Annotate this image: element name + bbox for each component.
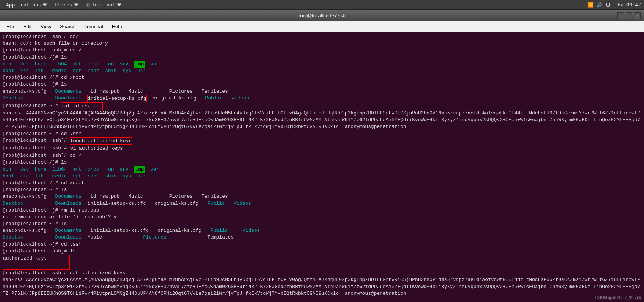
menu-view[interactable]: View <box>37 23 54 30</box>
line-31: authorized_keys <box>3 255 641 270</box>
network-icon: 📶 <box>587 2 593 8</box>
line-29: [root@localhost ~]# cd .ssh <box>3 241 641 248</box>
terminal-chevron-icon <box>117 3 121 7</box>
terminal-icon: $ <box>86 3 90 7</box>
clock: Thu 09:47 <box>615 2 641 8</box>
line-5: bin dev home lib64 mnt proc run srv tmp … <box>3 61 641 68</box>
line-26: [root@localhost ~]# ls <box>3 221 641 227</box>
system-bar-right: 📶 🔊 ⏻ Thu 09:47 <box>587 2 641 8</box>
line-4: [root@localhost /]# ls <box>3 54 641 61</box>
line-21: [root@localhost ~]# ls <box>3 186 641 193</box>
applications-label: Applications <box>6 2 41 8</box>
line-24: [root@localhost ~]# rm id_rsa.pub <box>3 207 641 214</box>
applications-menu[interactable]: Applications <box>3 1 50 8</box>
line-19: boot etc lib media opt root sbin sys usr <box>3 173 641 180</box>
system-bar-left: Applications Places $ Terminal <box>3 1 124 8</box>
line-8: [root@localhost ~]# ls <box>3 81 641 88</box>
line-3: [root@localhost .ssh]# cd / <box>3 47 641 54</box>
line-32: [root@localhost .ssh]# cat authorized_ke… <box>3 270 641 276</box>
line-33: ssh-rsa AAAAB3NzaC1yc2EAAAADAQABAAABgQC/… <box>3 276 641 297</box>
line-22: anaconda-ks.cfg Documents id_rsa.pub Mus… <box>3 193 641 200</box>
line-10: Desktop Downloads initial-setup-ks.cfg o… <box>3 95 641 102</box>
terminal-titlebar: root@localhost:~/.ssh _ □ ✕ <box>0 10 644 21</box>
line-16: [root@localhost .ssh]# cd / <box>3 152 641 159</box>
line-6: boot etc lib media opt root sbin sys usr <box>3 68 641 74</box>
power-icon: ⏻ <box>605 2 610 8</box>
volume-icon: 🔊 <box>596 2 602 8</box>
terminal-content[interactable]: [root@localhost .ssh]# cd/ bash: cd/: No… <box>0 32 644 302</box>
line-23: Desktop Downloads initial-setup-ks.cfg o… <box>3 200 641 207</box>
apps-chevron-icon <box>43 3 47 7</box>
line-9: anaconda-ks.cfg Documents id_rsa.pub Mus… <box>3 88 641 95</box>
line-28: Desktop Downloads Music Pictures Templat… <box>3 234 641 241</box>
line-11: [root@localhost ~]# cat id_rsa.pub <box>3 102 641 110</box>
menu-bar: File Edit View Search Terminal Help <box>0 21 644 32</box>
places-label: Places <box>55 2 72 8</box>
menu-search[interactable]: Search <box>57 23 78 30</box>
line-12: ssh-rsa AAAAB3NzaC1yc2EAAAADAQABAAABgQC/… <box>3 110 641 131</box>
places-menu[interactable]: Places <box>52 1 81 8</box>
window-controls: _ □ ✕ <box>617 12 641 19</box>
menu-edit[interactable]: Edit <box>20 23 34 30</box>
line-14: [root@localhost .ssh]# touch authorized_… <box>3 137 641 145</box>
line-15: [root@localhost .ssh]# vi authorized_key… <box>3 145 641 152</box>
watermark: CSDN @凌晨四点的代码 <box>595 295 641 300</box>
svg-text:$: $ <box>86 3 88 7</box>
line-18: bin dev home lib64 mnt proc run srv tmp … <box>3 166 641 173</box>
system-tray-icons: 📶 🔊 ⏻ <box>587 2 610 8</box>
line-27: anaconda-ks.cfg Documents initial-setup-… <box>3 227 641 234</box>
system-bar: Applications Places $ Terminal 📶 🔊 ⏻ Thu… <box>0 0 644 10</box>
terminal-menu[interactable]: $ Terminal <box>83 1 124 8</box>
close-button[interactable]: ✕ <box>634 12 641 19</box>
menu-terminal[interactable]: Terminal <box>82 23 106 30</box>
line-25: rm: remove regular file 'id_rsa.pub'? y <box>3 214 641 221</box>
line-30: [root@localhost .ssh]# ls <box>3 248 641 255</box>
line-1: [root@localhost .ssh]# cd/ <box>3 33 641 40</box>
menu-file[interactable]: File <box>3 23 17 30</box>
line-17: [root@localhost /]# ls <box>3 159 641 166</box>
line-20: [root@localhost /]# cd /root <box>3 180 641 186</box>
line-13: [root@localhost ~]# cd .ssh <box>3 131 641 137</box>
line-2: bash: cd/: No such file or directory <box>3 40 641 47</box>
terminal-label: Terminal <box>92 2 115 8</box>
terminal-title: root@localhost:~/.ssh <box>298 13 346 18</box>
maximize-button[interactable]: □ <box>626 12 632 19</box>
terminal-window: root@localhost:~/.ssh _ □ ✕ File Edit Vi… <box>0 10 644 302</box>
line-7: [root@localhost /]# cd /root <box>3 74 641 81</box>
places-chevron-icon <box>74 3 78 7</box>
minimize-button[interactable]: _ <box>617 12 624 19</box>
menu-help[interactable]: Help <box>109 23 125 30</box>
